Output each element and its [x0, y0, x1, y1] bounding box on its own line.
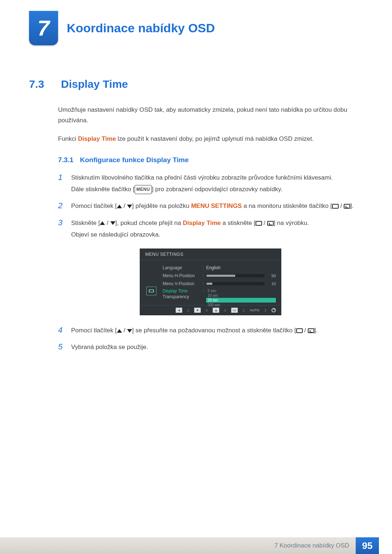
step-text: ] na výrobku. [274, 219, 309, 226]
osd-slider [206, 274, 264, 277]
keyword-display-time: Display Time [78, 135, 116, 142]
osd-title: MENU SETTINGS [140, 249, 281, 260]
step-number: 5 [58, 341, 65, 353]
step-text: Vybraná položka se použije. [71, 344, 148, 350]
enter-icon [344, 204, 350, 209]
section-title: Display Time [61, 78, 128, 90]
source-icon [296, 328, 303, 333]
down-arrow-icon [127, 329, 132, 333]
osd-row-language: Language : English [163, 264, 276, 272]
svg-rect-0 [149, 290, 154, 292]
step-text: a stiskněte [ [221, 219, 255, 226]
osd-nav-dots [224, 309, 226, 312]
osd-row-vposition: Menu V-Position : 10 [163, 280, 276, 288]
keyword-display-time: Display Time [183, 219, 221, 226]
step-text: Stiskněte [ [71, 219, 100, 226]
step-text: Stisknutím libovolného tlačítka na předn… [71, 174, 333, 181]
osd-value: 50 [267, 274, 276, 278]
source-icon [332, 204, 339, 209]
osd-option: 5 sec [206, 288, 276, 293]
intro-paragraph-1: Umožňuje nastavení nabídky OSD tak, aby … [58, 105, 363, 126]
step-text: ], pokud chcete přejít na [115, 219, 183, 226]
osd-nav-auto-label: AUTO [250, 308, 260, 312]
osd-label: Menu H-Position [163, 273, 203, 278]
subsection-number: 7.3.1 [58, 156, 73, 164]
section-heading: 7.3 Display Time [29, 78, 363, 90]
osd-option-highlighted: 20 sec [206, 298, 276, 303]
step-5: 5 Vybraná položka se použije. [58, 341, 363, 353]
text: lze použít k nastavení doby, po jejímž u… [116, 135, 314, 142]
step-number: 2 [58, 200, 65, 212]
osd-value: English [206, 265, 220, 270]
step-text: Dále stiskněte tlačítko [ [71, 186, 135, 193]
osd-slider [206, 282, 264, 285]
step-1: 1 Stisknutím libovolného tlačítka na pře… [58, 172, 363, 196]
keyword-menu-settings: MENU SETTINGS [191, 202, 242, 209]
step-text: ] pro zobrazení odpovídající obrazovky n… [152, 186, 282, 193]
step-number: 1 [58, 172, 65, 183]
step-text: ] se přesuňte na požadovanou možnost a s… [132, 327, 296, 334]
footer-chapter-label: 7 Koordinace nabídky OSD [274, 542, 349, 549]
up-arrow-icon [117, 329, 122, 333]
osd-label: Transparency [163, 294, 203, 299]
source-icon [256, 221, 262, 226]
enter-icon [267, 221, 274, 226]
osd-nav-dots [243, 309, 245, 312]
down-arrow-icon [127, 205, 132, 208]
step-text: ]. [350, 202, 354, 209]
subsection-heading: 7.3.1 Konfigurace funkce Display Time [58, 156, 363, 164]
osd-label: Menu V-Position [163, 281, 203, 286]
step-text: ] přejděte na položku [132, 202, 191, 209]
osd-nav-power-icon [271, 308, 276, 312]
chapter-title: Koordinace nabídky OSD [67, 21, 215, 35]
osd-category-icon [146, 287, 156, 295]
step-3: 3 Stiskněte [ / ], pokud chcete přejít n… [58, 217, 363, 241]
text: Funkci [58, 135, 78, 142]
osd-label-active: Display Time [163, 288, 203, 294]
step-text: Objeví se následující obrazovka. [71, 231, 160, 238]
chapter-number-tab: 7 [29, 11, 58, 45]
subsection-title: Konfigurace funkce Display Time [80, 156, 189, 164]
step-number: 3 [58, 217, 65, 229]
menu-button-icon: MENU [135, 185, 152, 194]
enter-icon [308, 328, 314, 333]
osd-menu-screenshot: MENU SETTINGS Language : English Menu H-… [140, 249, 281, 315]
osd-nav-up-icon: ▴ [213, 308, 219, 313]
osd-nav-down-icon: ▾ [194, 308, 201, 313]
section-number: 7.3 [29, 78, 50, 90]
osd-option: 200 sec [206, 303, 276, 307]
osd-nav-enter-icon: ▭ [231, 308, 238, 313]
osd-nav-dots [187, 309, 189, 312]
osd-nav-dots [265, 309, 266, 312]
chapter-header: 7 Koordinace nabídky OSD [29, 11, 363, 45]
intro-paragraph-2: Funkci Display Time lze použít k nastave… [58, 134, 363, 144]
osd-nav-dots [206, 309, 208, 312]
steps-list: 1 Stisknutím libovolného tlačítka na pře… [58, 172, 363, 353]
step-4: 4 Pomocí tlačítek [ / ] se přesuňte na p… [58, 325, 363, 336]
osd-value: 10 [267, 282, 276, 286]
osd-label: Language [163, 265, 203, 270]
osd-option: 10 sec [206, 293, 276, 298]
step-2: 2 Pomocí tlačítek [ / ] přejděte na polo… [58, 200, 363, 212]
step-text: ]. [314, 327, 318, 334]
footer-page-number: 95 [356, 537, 379, 554]
osd-row-hposition: Menu H-Position : 50 [163, 272, 276, 280]
osd-nav-back-icon: ◂ [176, 308, 182, 313]
step-text: Pomocí tlačítek [ [71, 327, 117, 334]
step-text: Pomocí tlačítek [ [71, 202, 117, 209]
page-footer: 7 Koordinace nabídky OSD 95 [0, 537, 392, 554]
up-arrow-icon [100, 221, 105, 225]
up-arrow-icon [117, 205, 122, 208]
step-text: a na monitoru stiskněte tlačítko [ [242, 202, 332, 209]
step-number: 4 [58, 325, 65, 336]
osd-options-list: 5 sec 10 sec 20 sec 200 sec [206, 288, 276, 307]
down-arrow-icon [110, 221, 115, 225]
